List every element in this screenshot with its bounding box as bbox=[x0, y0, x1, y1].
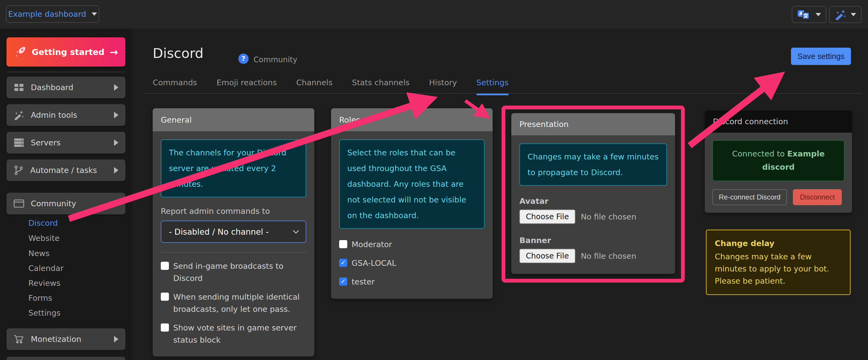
change-delay-warning: Change delay Changes may take a few minu… bbox=[706, 229, 851, 295]
checkbox-label: When sending multiple identical broadcas… bbox=[173, 291, 306, 315]
avatar-label: Avatar bbox=[519, 196, 667, 206]
general-divider bbox=[161, 252, 306, 253]
checkbox-label: Moderator bbox=[351, 239, 392, 251]
tab-stats-channels[interactable]: Stats channels bbox=[352, 78, 410, 94]
chevron-right-icon bbox=[114, 112, 118, 118]
choose-file-button[interactable]: Choose File bbox=[519, 249, 575, 263]
cart-icon bbox=[13, 334, 24, 344]
reconnect-discord-button[interactable]: Re-connect Discord bbox=[712, 189, 787, 205]
sidebar-item-automate-tasks[interactable]: Automate / tasks bbox=[6, 160, 125, 181]
checkbox[interactable]: ✓ bbox=[161, 293, 169, 301]
sidebar-subitem-reviews[interactable]: Reviews bbox=[28, 279, 61, 288]
chevron-down-icon bbox=[293, 228, 299, 234]
dashboard-selector-label: Example dashboard bbox=[8, 9, 86, 19]
presentation-panel: Presentation Changes may take a few minu… bbox=[511, 113, 675, 274]
branch-icon bbox=[13, 165, 24, 175]
checkbox[interactable]: ✓ bbox=[339, 277, 347, 285]
discord-connection-panel: Discord connection Connected to Example … bbox=[705, 110, 852, 213]
tools-menu-button[interactable] bbox=[829, 6, 862, 23]
rocket-icon bbox=[14, 46, 26, 58]
sidebar-subitem-forms[interactable]: Forms bbox=[28, 294, 52, 303]
chevron-down-icon bbox=[112, 201, 118, 206]
tab-channels[interactable]: Channels bbox=[296, 78, 332, 94]
checkbox-vote-sites[interactable]: ✓ Show vote sites in game server status … bbox=[161, 322, 306, 346]
help-icon[interactable]: ? bbox=[238, 54, 249, 64]
chevron-down-icon bbox=[92, 12, 97, 16]
checkbox-role-moderator[interactable]: ✓ Moderator bbox=[339, 239, 485, 251]
discord-connection-header: Discord connection bbox=[705, 110, 852, 133]
sidebar-subitem-website[interactable]: Website bbox=[28, 233, 60, 243]
check-icon: ✓ bbox=[341, 278, 346, 284]
tab-emoji-reactions[interactable]: Emoji reactions bbox=[216, 78, 277, 94]
dashboard-selector[interactable]: Example dashboard bbox=[6, 5, 99, 23]
checkbox-identical-broadcasts[interactable]: ✓ When sending multiple identical broadc… bbox=[161, 291, 306, 315]
banner-label: Banner bbox=[519, 236, 667, 245]
chevron-right-icon bbox=[114, 336, 118, 342]
sidebar-item-label: Servers bbox=[31, 138, 107, 147]
app-root: Example dashboard A bbox=[0, 0, 868, 360]
page-subtitle: Community bbox=[253, 55, 297, 64]
getting-started-label: Getting started bbox=[32, 47, 104, 57]
top-bar: Example dashboard A bbox=[0, 0, 868, 28]
connection-status-box: Connected to Example discord bbox=[712, 140, 844, 181]
tab-bar: Commands Emoji reactions Channels Stats … bbox=[153, 78, 508, 94]
sidebar-item-servers[interactable]: Servers bbox=[6, 132, 125, 154]
sidebar-item-label: Admin tools bbox=[31, 110, 107, 120]
sidebar-item-label: Monetization bbox=[31, 335, 107, 344]
sidebar-item-dashboard[interactable]: Dashboard bbox=[6, 77, 125, 98]
general-panel-header: General bbox=[153, 108, 314, 131]
report-channel-value: - Disabled / No channel - bbox=[169, 227, 294, 237]
checkbox[interactable]: ✓ bbox=[339, 259, 347, 267]
no-file-text: No file chosen bbox=[581, 251, 636, 261]
checkbox[interactable]: ✓ bbox=[339, 240, 347, 248]
window-icon bbox=[13, 199, 24, 208]
sidebar-item-label: Community bbox=[31, 199, 105, 208]
checkbox-label: Send in-game broadcasts to Discord bbox=[173, 260, 306, 284]
chevron-right-icon bbox=[114, 84, 118, 91]
roles-info-box: Select the roles that can be used throug… bbox=[339, 139, 485, 229]
sidebar-subitem-calendar[interactable]: Calendar bbox=[28, 264, 63, 273]
checkbox-role-gsa-local[interactable]: ✓ GSA-LOCAL bbox=[339, 257, 485, 269]
tabs-divider bbox=[143, 93, 862, 94]
chevron-down-icon bbox=[851, 13, 856, 16]
sidebar-item-label: Dashboard bbox=[31, 83, 107, 92]
page-title: Discord bbox=[153, 46, 204, 61]
translate-icon: A bbox=[797, 9, 811, 20]
avatar-file-input[interactable]: Choose File No file chosen bbox=[519, 210, 667, 224]
sidebar-item-admin-tools[interactable]: Admin tools bbox=[6, 104, 125, 126]
presentation-panel-header: Presentation bbox=[511, 113, 675, 135]
chevron-right-icon bbox=[114, 139, 118, 146]
language-menu-button[interactable]: A bbox=[792, 6, 826, 23]
tab-history[interactable]: History bbox=[429, 78, 457, 94]
sidebar-item-partial[interactable] bbox=[6, 357, 125, 360]
report-admin-label: Report admin commands to bbox=[161, 206, 306, 216]
save-settings-button[interactable]: Save settings bbox=[791, 48, 851, 65]
checkbox-send-broadcasts[interactable]: ✓ Send in-game broadcasts to Discord bbox=[161, 260, 306, 284]
sidebar-divider bbox=[6, 72, 125, 72]
tab-commands[interactable]: Commands bbox=[153, 78, 197, 94]
connection-status-text: Connected to bbox=[732, 149, 787, 158]
checkbox[interactable]: ✓ bbox=[161, 262, 169, 270]
report-channel-select[interactable]: - Disabled / No channel - bbox=[161, 221, 306, 243]
sidebar-subitem-settings[interactable]: Settings bbox=[28, 308, 61, 317]
getting-started-button[interactable]: Getting started → bbox=[6, 37, 125, 66]
checkbox-role-tester[interactable]: ✓ tester bbox=[339, 276, 485, 288]
server-icon bbox=[13, 138, 24, 147]
choose-file-button[interactable]: Choose File bbox=[519, 210, 575, 224]
sidebar-item-monetization[interactable]: Monetization bbox=[6, 328, 125, 350]
banner-file-input[interactable]: Choose File No file chosen bbox=[519, 249, 667, 263]
magic-wand-icon bbox=[13, 110, 24, 120]
sidebar-item-community[interactable]: Community bbox=[6, 193, 125, 214]
checkbox-label: GSA-LOCAL bbox=[351, 257, 396, 269]
chevron-right-icon bbox=[114, 167, 118, 173]
sidebar-subitem-discord[interactable]: Discord bbox=[28, 218, 58, 228]
disconnect-button[interactable]: Disconnect bbox=[793, 189, 842, 205]
tab-settings[interactable]: Settings bbox=[476, 78, 508, 94]
sidebar-item-label: Automate / tasks bbox=[30, 166, 107, 175]
magic-wand-icon bbox=[835, 9, 846, 20]
general-panel: General The channels for your Discord se… bbox=[153, 108, 314, 357]
sidebar-subitem-news[interactable]: News bbox=[28, 249, 50, 258]
grid-icon bbox=[13, 83, 24, 92]
change-delay-title: Change delay bbox=[715, 238, 842, 250]
checkbox[interactable]: ✓ bbox=[161, 324, 169, 332]
